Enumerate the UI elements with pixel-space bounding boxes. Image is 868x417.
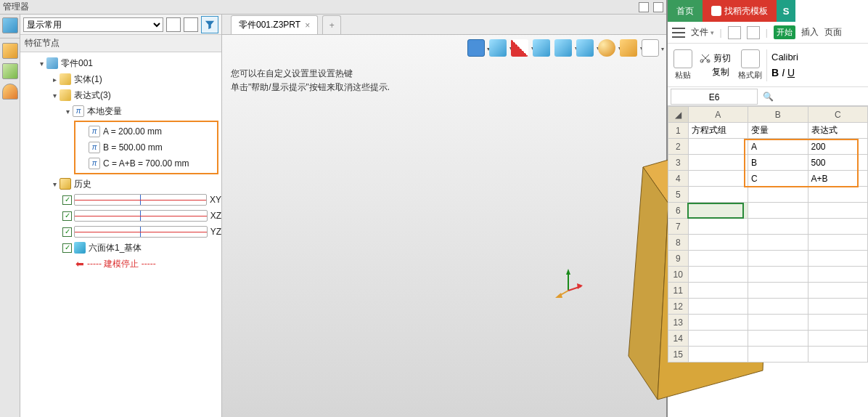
cell[interactable] (688, 139, 748, 155)
cell[interactable] (688, 235, 748, 251)
cell[interactable] (808, 187, 868, 203)
viewport[interactable]: 零件001.Z3PRT × + 您可以在自定义设置里设置热键 单击"帮助/显示提… (222, 15, 666, 417)
checkbox-xy[interactable] (62, 195, 72, 205)
cell[interactable]: 表达式 (808, 123, 868, 139)
menu-start[interactable]: 开始 (774, 25, 795, 39)
cell[interactable] (748, 251, 808, 267)
cell[interactable] (688, 171, 748, 187)
underline-button[interactable]: U (787, 67, 795, 78)
tree-localvar[interactable]: ▾ 本地变量 (20, 103, 221, 119)
tree-root[interactable]: ▾ 零件001 (20, 55, 221, 71)
user-icon[interactable] (2, 84, 18, 100)
cell[interactable] (748, 331, 808, 347)
cell[interactable] (748, 267, 808, 283)
cell[interactable] (748, 203, 808, 219)
cell[interactable] (688, 347, 748, 363)
cell[interactable] (688, 155, 748, 171)
cut-label[interactable]: 剪切 (713, 52, 731, 65)
cell[interactable] (688, 219, 748, 235)
cell[interactable] (808, 235, 868, 251)
cell[interactable] (748, 235, 808, 251)
col-header-a[interactable]: A (688, 107, 748, 123)
menu-file[interactable]: 文件 (691, 26, 714, 39)
cell[interactable] (808, 219, 868, 235)
tree-expr[interactable]: ▾ 表达式(3) (20, 87, 221, 103)
filter-box-1[interactable] (166, 17, 181, 32)
paste-group[interactable]: 粘贴 (671, 49, 695, 81)
checkbox-yz[interactable] (62, 227, 72, 237)
display-mode-icon[interactable] (554, 39, 572, 57)
print-icon[interactable] (747, 26, 760, 39)
cell[interactable] (688, 283, 748, 299)
cell[interactable] (688, 187, 748, 203)
cell[interactable]: B (748, 155, 808, 171)
new-tab-button[interactable]: + (322, 15, 341, 34)
cell[interactable] (808, 347, 868, 363)
feature-tree[interactable]: ▾ 零件001 ▸ 实体(1) ▾ 表达式(3) ▾ 本地变量 (20, 52, 221, 417)
hamburger-icon[interactable] (672, 28, 685, 38)
tab-s[interactable]: S (777, 0, 795, 22)
cell[interactable] (748, 187, 808, 203)
cell[interactable] (688, 299, 748, 315)
scissors-icon[interactable] (700, 52, 711, 64)
var-a[interactable]: A = 200.00 mm (75, 124, 217, 139)
plane-xz[interactable]: XZ (20, 208, 221, 224)
iso-icon[interactable] (576, 39, 594, 57)
more-icon[interactable] (642, 39, 659, 57)
cell[interactable]: C (748, 171, 808, 187)
plane-xy[interactable]: XY (20, 192, 221, 208)
cell[interactable] (748, 283, 808, 299)
format-painter[interactable]: 格式刷 (735, 49, 765, 81)
filter-box-2[interactable] (184, 17, 198, 32)
search-icon[interactable]: 🔍 (761, 92, 775, 102)
plane-yz[interactable]: YZ (20, 224, 221, 240)
copy-icon[interactable] (700, 67, 710, 77)
col-header-c[interactable]: C (808, 107, 868, 123)
material-icon[interactable] (598, 39, 615, 57)
select-all-corner[interactable]: ◢ (668, 107, 689, 123)
cell[interactable]: A+B (808, 171, 868, 187)
italic-button[interactable]: I (782, 67, 785, 78)
funnel-icon[interactable] (201, 16, 218, 33)
tab-templates[interactable]: 找稻壳模板 (703, 0, 777, 22)
cell[interactable] (748, 299, 808, 315)
render-icon[interactable] (620, 39, 637, 57)
menu-page[interactable]: 页面 (824, 26, 842, 39)
edit-icon[interactable] (511, 39, 528, 57)
cell[interactable] (808, 283, 868, 299)
view-cube-icon[interactable] (489, 39, 507, 57)
copy-label[interactable]: 复制 (712, 66, 729, 78)
document-tab[interactable]: 零件001.Z3PRT × (231, 15, 318, 34)
dock-icon[interactable] (639, 2, 649, 12)
tree-solid[interactable]: ▸ 实体(1) (20, 71, 221, 87)
cell[interactable] (808, 267, 868, 283)
tab-home[interactable]: 首页 (668, 0, 703, 22)
checkbox-feat[interactable] (62, 243, 72, 253)
cell[interactable] (808, 203, 868, 219)
close-tab-icon[interactable]: × (305, 20, 310, 31)
cell[interactable] (808, 331, 868, 347)
feature-hexahedron[interactable]: 六面体1_基体 (20, 240, 221, 256)
cell[interactable] (808, 299, 868, 315)
cell[interactable]: 方程式组 (688, 123, 748, 139)
name-box[interactable]: E6 (671, 89, 758, 105)
part-icon[interactable] (2, 43, 18, 59)
checkbox-xz[interactable] (62, 211, 72, 221)
cell[interactable] (748, 347, 808, 363)
cell[interactable] (688, 331, 748, 347)
cell[interactable] (688, 267, 748, 283)
grid[interactable]: ◢ A B C 1 方程式组 变量 表达式 2 A 2003 B 5004 C … (668, 106, 868, 417)
cell[interactable]: 500 (808, 155, 868, 171)
menu-insert[interactable]: 插入 (801, 26, 819, 39)
shade-icon[interactable] (533, 39, 550, 57)
filter-select[interactable]: 显示常用 (23, 17, 163, 32)
assembly-icon[interactable] (2, 17, 18, 33)
bold-button[interactable]: B (771, 67, 779, 78)
save-icon[interactable] (467, 39, 485, 57)
cell[interactable]: 变量 (748, 123, 808, 139)
tree-history[interactable]: ▾ 历史 (20, 176, 221, 192)
cell[interactable] (688, 315, 748, 331)
cell[interactable]: A (748, 139, 808, 155)
cell[interactable] (748, 219, 808, 235)
cell[interactable] (808, 315, 868, 331)
